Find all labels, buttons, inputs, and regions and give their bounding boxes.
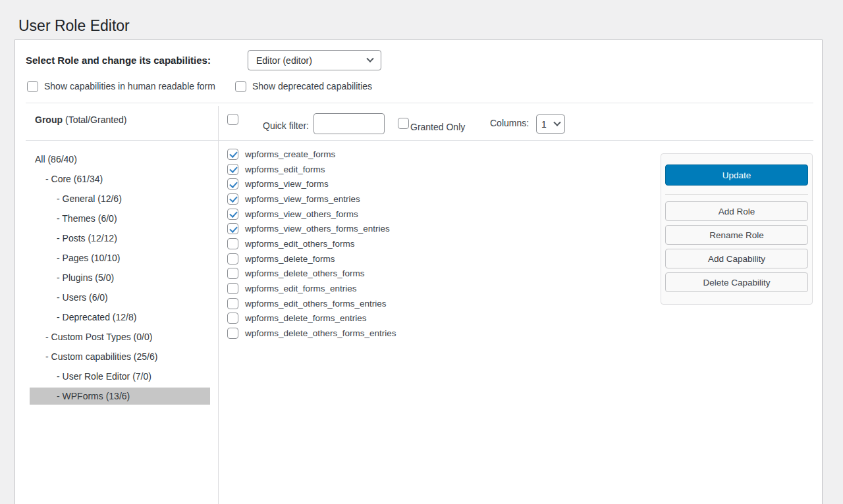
capability-checkbox[interactable]: [227, 164, 238, 175]
group-tree-item[interactable]: - Pages (10/10): [30, 249, 210, 266]
group-tree-item-label: - Core (61/34): [45, 174, 103, 184]
group-tree-item-label: - Users (6/0): [57, 292, 108, 303]
group-tree-item[interactable]: - General (12/6): [30, 190, 210, 207]
delete-capability-button[interactable]: Delete Capability: [665, 272, 808, 292]
capabilities-list: wpforms_create_formswpforms_edit_formswp…: [227, 147, 396, 341]
group-tree-item-label: - Custom Post Types (0/0): [45, 332, 152, 342]
quick-filter-input[interactable]: [313, 113, 385, 134]
group-tree-item-label: - Plugins (5/0): [57, 272, 114, 283]
capability-checkbox[interactable]: [227, 149, 238, 160]
capability-name[interactable]: wpforms_delete_forms: [245, 254, 335, 264]
columns-label: Columns:: [490, 118, 529, 128]
chevron-down-icon: [366, 55, 373, 62]
column-divider: [218, 106, 219, 504]
divider: [665, 194, 808, 195]
capability-name[interactable]: wpforms_view_others_forms: [245, 209, 358, 219]
capability-checkbox[interactable]: [227, 268, 238, 279]
group-tree-item[interactable]: - Posts (12/12): [30, 230, 210, 247]
capability-checkbox[interactable]: [227, 193, 238, 205]
capability-name[interactable]: wpforms_edit_others_forms_entries: [245, 299, 387, 309]
group-tree-item[interactable]: - Plugins (5/0): [30, 269, 210, 286]
group-tree-item-label: - General (12/6): [57, 193, 122, 204]
capability-checkbox[interactable]: [227, 283, 238, 294]
group-tree-item[interactable]: - Custom Post Types (0/0): [30, 328, 210, 345]
capability-checkbox[interactable]: [227, 328, 238, 339]
group-header: Group(Total/Granted): [35, 114, 126, 125]
deprecated-option: Show deprecated capabilities: [235, 80, 372, 93]
group-tree-item-label: - Deprecated (12/8): [57, 312, 136, 322]
granted-only-label[interactable]: Granted Only: [410, 122, 465, 132]
add-capability-button[interactable]: Add Capability: [665, 249, 808, 268]
capability-name[interactable]: wpforms_edit_forms_entries: [245, 284, 357, 293]
human-readable-option: Show capabilities in human readable form: [27, 80, 215, 93]
update-button[interactable]: Update: [665, 164, 808, 186]
capability-row: wpforms_edit_forms_entries: [227, 281, 396, 296]
capability-row: wpforms_delete_others_forms_entries: [227, 326, 396, 341]
divider: [26, 103, 813, 103]
capability-name[interactable]: wpforms_view_forms: [245, 179, 329, 189]
deprecated-checkbox[interactable]: [235, 81, 246, 92]
columns-select[interactable]: 1: [536, 114, 565, 134]
capability-row: wpforms_view_others_forms_entries: [227, 221, 396, 236]
select-role-label: Select Role and change its capabilities:: [26, 55, 211, 66]
capability-row: wpforms_edit_others_forms: [227, 236, 396, 251]
deprecated-label[interactable]: Show deprecated capabilities: [252, 81, 372, 91]
group-tree-item-label: - WPForms (13/6): [57, 391, 130, 401]
columns-select-value: 1: [541, 119, 547, 130]
quick-filter-label: Quick filter:: [263, 120, 309, 131]
actions-panel: Update Add Role Rename Role Add Capabili…: [661, 153, 813, 305]
group-tree: All (86/40)- Core (61/34)- General (12/6…: [30, 151, 210, 407]
add-role-button[interactable]: Add Role: [665, 201, 808, 221]
group-header-suffix: (Total/Granted): [65, 114, 126, 125]
capability-row: wpforms_view_others_forms: [227, 207, 396, 222]
group-tree-item[interactable]: - Deprecated (12/8): [30, 309, 210, 326]
capability-checkbox[interactable]: [227, 313, 238, 324]
granted-only-checkbox[interactable]: [398, 118, 409, 129]
select-all-capabilities-checkbox[interactable]: [227, 114, 238, 125]
page-title: User Role Editor: [18, 16, 130, 36]
divider: [26, 140, 813, 141]
role-select[interactable]: Editor (editor): [248, 50, 381, 70]
group-tree-item[interactable]: - Users (6/0): [30, 289, 210, 306]
capability-name[interactable]: wpforms_view_forms_entries: [245, 194, 360, 204]
capability-row: wpforms_delete_forms: [227, 251, 396, 266]
capability-row: wpforms_delete_forms_entries: [227, 311, 396, 326]
group-tree-item-label: - Themes (6/0): [57, 213, 117, 224]
capability-checkbox[interactable]: [227, 298, 238, 309]
group-tree-item[interactable]: - Core (61/34): [30, 170, 210, 188]
capability-checkbox[interactable]: [227, 209, 238, 220]
group-tree-item[interactable]: - WPForms (13/6): [30, 388, 210, 405]
capability-name[interactable]: wpforms_create_forms: [245, 149, 335, 159]
capability-name[interactable]: wpforms_delete_others_forms_entries: [245, 328, 396, 338]
capability-checkbox[interactable]: [227, 223, 238, 234]
role-select-value: Editor (editor): [256, 55, 312, 66]
human-readable-checkbox[interactable]: [27, 81, 38, 92]
capability-row: wpforms_edit_forms: [227, 162, 396, 177]
group-tree-item-label: - Custom capabilities (25/6): [45, 351, 157, 362]
group-tree-item[interactable]: - Custom capabilities (25/6): [30, 348, 210, 365]
capability-row: wpforms_create_forms: [227, 147, 396, 162]
capability-name[interactable]: wpforms_edit_others_forms: [245, 239, 355, 249]
capability-row: wpforms_view_forms_entries: [227, 191, 396, 207]
human-readable-label[interactable]: Show capabilities in human readable form: [44, 81, 215, 91]
chevron-down-icon: [553, 118, 560, 126]
group-tree-item-label: All (86/40): [35, 154, 77, 164]
capability-name[interactable]: wpforms_view_others_forms_entries: [245, 224, 390, 234]
group-tree-item-label: - Posts (12/12): [57, 233, 117, 243]
capability-checkbox[interactable]: [227, 253, 238, 265]
capability-name[interactable]: wpforms_edit_forms: [245, 164, 325, 174]
capability-row: wpforms_edit_others_forms_entries: [227, 296, 396, 311]
group-tree-item[interactable]: All (86/40): [30, 151, 210, 168]
capability-row: wpforms_delete_others_forms: [227, 266, 396, 282]
user-role-editor-panel: Select Role and change its capabilities:…: [14, 39, 823, 504]
capability-checkbox[interactable]: [227, 178, 238, 189]
group-tree-item-label: - User Role Editor (7/0): [57, 371, 151, 382]
rename-role-button[interactable]: Rename Role: [665, 225, 808, 245]
group-tree-item[interactable]: - User Role Editor (7/0): [30, 368, 210, 385]
capability-name[interactable]: wpforms_delete_forms_entries: [245, 313, 367, 323]
capability-row: wpforms_view_forms: [227, 176, 396, 191]
group-header-bold: Group: [35, 114, 63, 125]
capability-name[interactable]: wpforms_delete_others_forms: [245, 268, 365, 278]
capability-checkbox[interactable]: [227, 238, 238, 249]
group-tree-item[interactable]: - Themes (6/0): [30, 210, 210, 227]
